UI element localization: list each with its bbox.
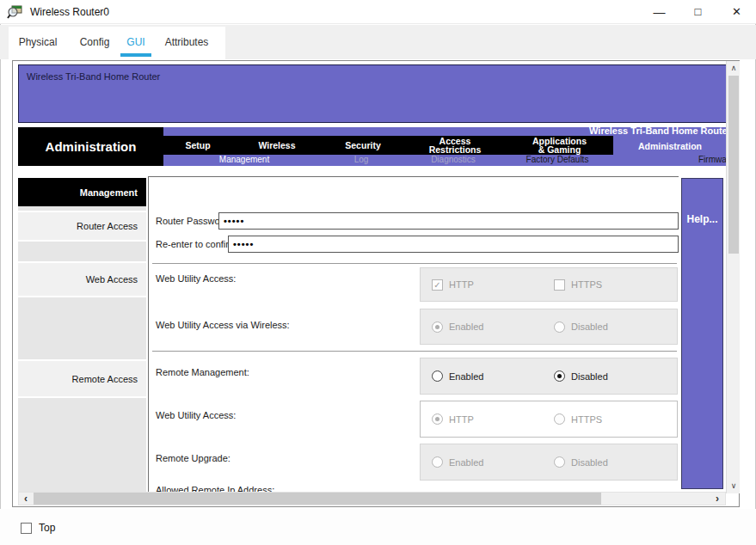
scroll-left-icon[interactable]: ‹ bbox=[19, 493, 33, 505]
title-bar: Wireless Router0 — □ ✕ bbox=[0, 0, 756, 24]
management-form: Router Password: ••••• Re-enter to confi… bbox=[148, 176, 679, 492]
help-button[interactable]: Help... bbox=[681, 178, 723, 489]
radio-unselected-icon bbox=[554, 456, 565, 468]
maximize-button[interactable]: □ bbox=[679, 0, 717, 24]
web-utility-remote-options: HTTP HTTPS bbox=[420, 401, 678, 438]
sidebar-item-remote-access[interactable]: Remote Access bbox=[18, 359, 146, 398]
remote-management-label: Remote Management: bbox=[156, 367, 249, 377]
subnav-firmware-upgrade[interactable]: Firmware Upgrade bbox=[698, 155, 727, 164]
reenter-password-label: Re-enter to confirm: bbox=[156, 239, 239, 249]
web-utility-access-label: Web Utility Access: bbox=[156, 273, 236, 284]
subnav-factory-defaults[interactable]: Factory Defaults bbox=[526, 155, 589, 164]
section-title: Administration bbox=[18, 127, 163, 166]
web-utility-remote-label: Web Utility Access: bbox=[156, 410, 236, 420]
sidebar-item-web-access[interactable]: Web Access bbox=[18, 261, 146, 297]
router-device-icon bbox=[7, 4, 24, 19]
active-tab-indicator bbox=[120, 53, 151, 57]
scroll-down-icon[interactable]: ∨ bbox=[728, 479, 740, 493]
disabled-radio-option: Disabled bbox=[554, 456, 676, 468]
https-radio-option: HTTPS bbox=[554, 413, 676, 425]
horizontal-scrollbar[interactable]: ‹ › bbox=[18, 492, 726, 505]
banner-title: Wireless Tri-Band Home Router bbox=[27, 71, 160, 82]
web-utility-wireless-options: Enabled Disabled bbox=[420, 309, 678, 345]
scroll-up-icon[interactable]: ∧ bbox=[728, 61, 740, 75]
radio-unselected-icon bbox=[554, 413, 565, 425]
router-password-input[interactable]: ••••• bbox=[218, 212, 679, 230]
nav-item-wireless[interactable]: Wireless bbox=[232, 136, 322, 155]
window-controls: — □ ✕ bbox=[640, 0, 756, 24]
nav-item-security[interactable]: Security bbox=[322, 136, 404, 155]
http-radio-option: HTTP bbox=[432, 413, 554, 425]
https-checkbox-option: HTTPS bbox=[554, 279, 676, 291]
top-checkbox-label: Top bbox=[39, 522, 55, 534]
subnav-log[interactable]: Log bbox=[354, 155, 369, 164]
sidebar-item-router-access[interactable]: Router Access bbox=[18, 211, 146, 242]
http-checkbox-option: ✓ HTTP bbox=[432, 279, 554, 291]
remote-management-options: Enabled Disabled bbox=[420, 358, 678, 395]
nav-menu: Setup Wireless Security AccessRestrictio… bbox=[163, 127, 727, 166]
sidebar-item-management[interactable]: Management bbox=[18, 178, 146, 206]
tab-physical[interactable]: Physical bbox=[12, 30, 64, 54]
enabled-radio-option[interactable]: Enabled bbox=[432, 370, 554, 382]
router-nav-bar: Administration Setup Wireless Security A… bbox=[18, 127, 727, 166]
checkbox-checked-icon: ✓ bbox=[432, 279, 443, 291]
radio-selected-icon bbox=[432, 413, 443, 425]
divider bbox=[152, 351, 677, 352]
vertical-scrollbar-thumb[interactable] bbox=[728, 76, 739, 254]
window-title: Wireless Router0 bbox=[30, 6, 109, 18]
vertical-scrollbar[interactable]: ∧ ∨ bbox=[726, 61, 740, 493]
nav-item-applications-gaming[interactable]: Applications& Gaming bbox=[506, 136, 613, 155]
radio-selected-icon[interactable] bbox=[554, 370, 565, 382]
web-utility-access-options: ✓ HTTP HTTPS bbox=[420, 267, 678, 302]
remote-upgrade-label: Remote Upgrade: bbox=[156, 453, 230, 463]
enabled-radio-option: Enabled bbox=[432, 321, 554, 333]
sub-nav: Management Log Diagnostics Factory Defau… bbox=[163, 155, 727, 166]
tab-config[interactable]: Config bbox=[72, 30, 117, 54]
radio-unselected-icon bbox=[432, 456, 443, 468]
window-footer: Top bbox=[0, 509, 756, 545]
radio-unselected-icon bbox=[554, 321, 565, 333]
reenter-password-input[interactable]: ••••• bbox=[228, 236, 679, 253]
gui-content-frame: Wireless Tri-Band Home Router Administra… bbox=[12, 60, 740, 507]
close-button[interactable]: ✕ bbox=[717, 0, 756, 24]
nav-item-access-restrictions[interactable]: AccessRestrictions bbox=[404, 136, 506, 155]
tab-gui[interactable]: GUI bbox=[120, 30, 151, 54]
app-window: { "window": { "title": "Wireless Router0… bbox=[0, 0, 756, 545]
top-checkbox[interactable] bbox=[21, 523, 32, 534]
disabled-radio-option: Disabled bbox=[554, 321, 676, 333]
radio-selected-icon bbox=[432, 321, 443, 333]
tab-strip: Physical Config GUI Attributes bbox=[0, 25, 756, 59]
brand-text: Wireless Tri-Band Home Router bbox=[589, 127, 727, 136]
allowed-remote-ip-label: Allowed Remote Ip Address: bbox=[156, 485, 274, 492]
checkbox-unchecked-icon bbox=[554, 279, 565, 291]
minimize-button[interactable]: — bbox=[640, 0, 679, 24]
remote-upgrade-options: Enabled Disabled bbox=[420, 444, 678, 481]
page-content: Management Router Access Web Access Remo… bbox=[18, 166, 726, 492]
web-utility-wireless-label: Web Utility Access via Wireless: bbox=[156, 320, 290, 330]
enabled-radio-option: Enabled bbox=[432, 456, 554, 468]
tab-attributes[interactable]: Attributes bbox=[158, 30, 215, 54]
router-banner: Wireless Tri-Band Home Router bbox=[18, 64, 727, 123]
horizontal-scrollbar-thumb[interactable] bbox=[34, 493, 601, 505]
scroll-right-icon[interactable]: › bbox=[710, 493, 724, 505]
disabled-radio-option[interactable]: Disabled bbox=[554, 370, 676, 382]
subnav-diagnostics[interactable]: Diagnostics bbox=[431, 155, 476, 164]
divider bbox=[152, 263, 677, 264]
subnav-management[interactable]: Management bbox=[219, 155, 269, 164]
nav-item-setup[interactable]: Setup bbox=[163, 136, 232, 155]
radio-unselected-icon[interactable] bbox=[432, 370, 443, 382]
